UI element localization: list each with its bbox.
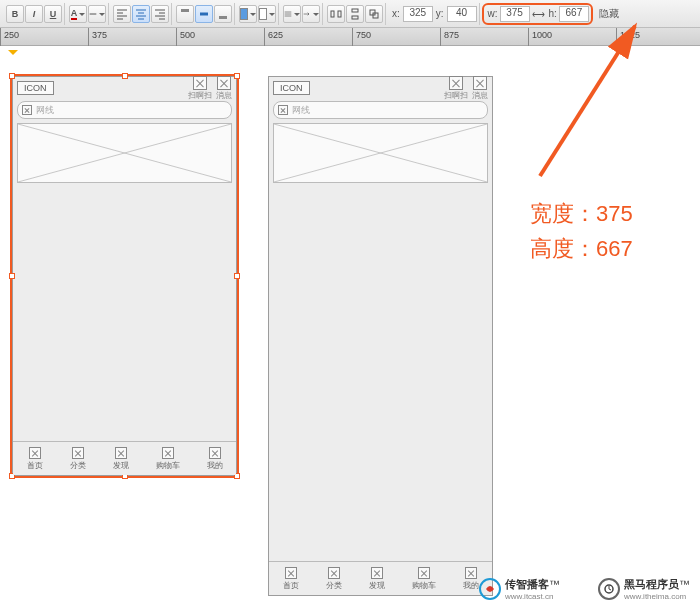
tab-label: 首页: [283, 580, 299, 591]
position-group: x: 325 y: 40: [388, 3, 480, 25]
w-input[interactable]: 375: [500, 6, 530, 22]
tab-item: 购物车: [156, 447, 180, 471]
svg-line-10: [540, 26, 635, 176]
placeholder-icon: [29, 447, 41, 459]
placeholder-icon: [72, 447, 84, 459]
wm-left-url: www.itcast.cn: [505, 592, 560, 601]
ruler-tick: 625: [264, 28, 265, 46]
ruler-tick: 250: [0, 28, 1, 46]
ruler-tick: 875: [440, 28, 441, 46]
underline-button[interactable]: U: [44, 5, 62, 23]
tab-item: 首页: [283, 567, 299, 591]
tab-item: 分类: [326, 567, 342, 591]
placeholder-icon: [193, 76, 207, 90]
svg-line-13: [609, 589, 611, 590]
x-input[interactable]: 325: [403, 6, 433, 22]
design-canvas[interactable]: ICON 扫啊扫 消息 网线 首页分类发现购物车我的 ICON: [0, 46, 700, 609]
wm-right-url: www.itheima.com: [624, 592, 690, 601]
tab-label: 我的: [207, 460, 223, 471]
ruler-tick: 375: [88, 28, 89, 46]
resize-handle[interactable]: [9, 273, 15, 279]
tab-item: 分类: [70, 447, 86, 471]
distribute-v-button[interactable]: [346, 5, 364, 23]
placeholder-icon: [371, 567, 383, 579]
horizontal-ruler: 25037550062575087510001125: [0, 28, 700, 46]
header-label-1: 扫啊扫: [444, 90, 468, 101]
line-style-button[interactable]: [88, 5, 106, 23]
placeholder-icon: [418, 567, 430, 579]
svg-rect-3: [219, 16, 227, 19]
placeholder-icon: [328, 567, 340, 579]
tab-item: 首页: [27, 447, 43, 471]
mock-tabbar: 首页分类发现购物车我的: [13, 441, 236, 475]
fill-color-button[interactable]: [239, 5, 257, 23]
mock-banner: [17, 123, 232, 183]
italic-button[interactable]: I: [25, 5, 43, 23]
align-middle-button[interactable]: [195, 5, 213, 23]
svg-rect-7: [352, 16, 358, 19]
tab-item: 我的: [463, 567, 479, 591]
resize-handle[interactable]: [9, 73, 15, 79]
placeholder-icon: [217, 76, 231, 90]
placeholder-icon: [465, 567, 477, 579]
mock-search: 网线: [17, 101, 232, 119]
annotation-text: 宽度：375 高度：667: [530, 196, 633, 266]
mock-banner: [273, 123, 488, 183]
bold-button[interactable]: B: [6, 5, 24, 23]
artboard-selected[interactable]: ICON 扫啊扫 消息 网线 首页分类发现购物车我的: [12, 76, 237, 476]
wm-left-name: 传智播客: [505, 578, 549, 590]
placeholder-icon: [285, 567, 297, 579]
line-color-button[interactable]: [258, 5, 276, 23]
line-arrow-button[interactable]: [302, 5, 320, 23]
align-bottom-button[interactable]: [214, 5, 232, 23]
tab-item: 我的: [207, 447, 223, 471]
resize-handle[interactable]: [234, 73, 240, 79]
tab-item: 发现: [113, 447, 129, 471]
annotation-width: 宽度：375: [530, 196, 633, 231]
mock-header: ICON 扫啊扫 消息: [269, 77, 492, 99]
lock-aspect-icon[interactable]: ⟷: [532, 9, 545, 19]
tab-item: 发现: [369, 567, 385, 591]
tab-label: 分类: [70, 460, 86, 471]
y-input[interactable]: 40: [447, 6, 477, 22]
tab-item: 购物车: [412, 567, 436, 591]
ruler-tick: 1000: [528, 28, 529, 46]
resize-handle[interactable]: [122, 73, 128, 79]
header-label-2: 消息: [216, 90, 232, 101]
tab-label: 发现: [369, 580, 385, 591]
placeholder-icon: [115, 447, 127, 459]
header-label-2: 消息: [472, 90, 488, 101]
svg-rect-1: [181, 9, 189, 12]
placeholder-icon: [449, 76, 463, 90]
annotation-height: 高度：667: [530, 231, 633, 266]
w-label: w:: [488, 8, 498, 19]
guide-marker: [8, 50, 18, 60]
align-center-button[interactable]: [132, 5, 150, 23]
align-right-button[interactable]: [151, 5, 169, 23]
header-icon-label: ICON: [17, 81, 54, 95]
format-toolbar: B I U A x: 325 y: 40 w: 375 ⟷ h:: [0, 0, 700, 28]
x-label: x:: [392, 8, 400, 19]
ruler-tick: 750: [352, 28, 353, 46]
artboard-2[interactable]: ICON 扫啊扫 消息 网线 首页分类发现购物车我的: [268, 76, 493, 596]
y-label: y:: [436, 8, 444, 19]
ruler-tick: 1125: [616, 28, 617, 46]
watermark-itheima: 黑马程序员™ www.itheima.com: [598, 577, 690, 601]
placeholder-icon: [473, 76, 487, 90]
align-objects-button[interactable]: [365, 5, 383, 23]
line-weight-button[interactable]: [283, 5, 301, 23]
placeholder-icon: [162, 447, 174, 459]
distribute-h-button[interactable]: [327, 5, 345, 23]
resize-handle[interactable]: [234, 273, 240, 279]
align-left-button[interactable]: [113, 5, 131, 23]
tab-label: 购物车: [412, 580, 436, 591]
watermark-itcast: 传智播客™ www.itcast.cn: [479, 577, 560, 601]
h-input[interactable]: 667: [559, 6, 589, 22]
mock-header: ICON 扫啊扫 消息: [13, 77, 236, 99]
font-color-button[interactable]: A: [69, 5, 87, 23]
align-top-button[interactable]: [176, 5, 194, 23]
svg-rect-2: [200, 12, 208, 15]
mock-search: 网线: [273, 101, 488, 119]
tab-label: 购物车: [156, 460, 180, 471]
hide-label[interactable]: 隐藏: [599, 7, 619, 21]
